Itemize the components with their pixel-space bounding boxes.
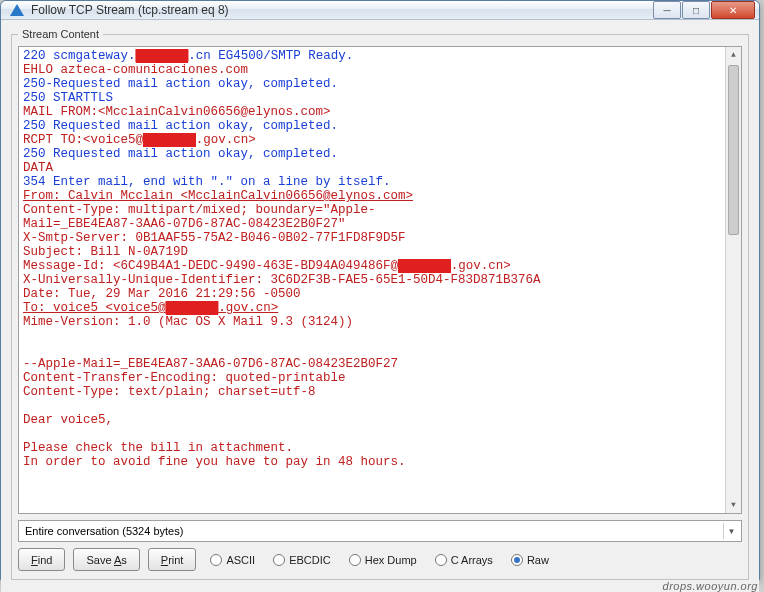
- radio-ascii[interactable]: ASCII: [210, 554, 255, 566]
- stream-content-fieldset: Stream Content 220 scmgateway.▇▇▇▇▇▇▇.cn…: [11, 28, 749, 580]
- stream-line: Mime-Version: 1.0 (Mac OS X Mail 9.3 (31…: [23, 315, 737, 329]
- stream-line: Mail=_EBE4EA87-3AA6-07D6-87AC-08423E2B0F…: [23, 217, 737, 231]
- stream-line: EHLO azteca-comunicaciones.com: [23, 63, 737, 77]
- stream-line: [23, 343, 737, 357]
- stream-line: 250 Requested mail action okay, complete…: [23, 147, 737, 161]
- main-window: Follow TCP Stream (tcp.stream eq 8) ─ □ …: [0, 0, 760, 580]
- scroll-up-icon[interactable]: ▲: [726, 47, 741, 63]
- stream-line: X-Smtp-Server: 0B1AAF55-75A2-B046-0B02-7…: [23, 231, 737, 245]
- radio-dot-icon: [349, 554, 361, 566]
- radio-dot-icon: [511, 554, 523, 566]
- scroll-down-icon[interactable]: ▼: [726, 497, 741, 513]
- stream-line: Please check the bill in attachment.: [23, 441, 737, 455]
- radio-hexdump[interactable]: Hex Dump: [349, 554, 417, 566]
- radio-carrays[interactable]: C Arrays: [435, 554, 493, 566]
- stream-line: X-Universally-Unique-Identifier: 3C6D2F3…: [23, 273, 737, 287]
- minimize-button[interactable]: ─: [653, 1, 681, 19]
- find-button[interactable]: Find: [18, 548, 65, 571]
- stream-line: Dear voice5,: [23, 413, 737, 427]
- stream-line: 220 scmgateway.▇▇▇▇▇▇▇.cn EG4500/SMTP Re…: [23, 49, 737, 63]
- close-window-button[interactable]: ✕: [711, 1, 755, 19]
- stream-line: DATA: [23, 161, 737, 175]
- stream-line: 250 Requested mail action okay, complete…: [23, 119, 737, 133]
- maximize-button[interactable]: □: [682, 1, 710, 19]
- stream-line: 250-Requested mail action okay, complete…: [23, 77, 737, 91]
- stream-line: 354 Enter mail, end with "." on a line b…: [23, 175, 737, 189]
- stream-line: [23, 329, 737, 343]
- radio-label: EBCDIC: [289, 554, 331, 566]
- radio-label: ASCII: [226, 554, 255, 566]
- stream-line: [23, 399, 737, 413]
- stream-text-area[interactable]: 220 scmgateway.▇▇▇▇▇▇▇.cn EG4500/SMTP Re…: [18, 46, 742, 514]
- scrollbar[interactable]: ▲ ▼: [725, 47, 741, 513]
- stream-line: Content-Type: text/plain; charset=utf-8: [23, 385, 737, 399]
- radio-raw[interactable]: Raw: [511, 554, 549, 566]
- radio-label: Hex Dump: [365, 554, 417, 566]
- radio-dot-icon: [210, 554, 222, 566]
- stream-line: [23, 427, 737, 441]
- window-controls: ─ □ ✕: [653, 1, 755, 19]
- radio-label: C Arrays: [451, 554, 493, 566]
- stream-line: Subject: Bill N-0A719D: [23, 245, 737, 259]
- window-title: Follow TCP Stream (tcp.stream eq 8): [31, 3, 653, 17]
- scroll-thumb[interactable]: [728, 65, 739, 235]
- conversation-dropdown[interactable]: Entire conversation (5324 bytes) ▼: [18, 520, 742, 542]
- encoding-radios: ASCIIEBCDICHex DumpC ArraysRaw: [210, 554, 548, 566]
- titlebar[interactable]: Follow TCP Stream (tcp.stream eq 8) ─ □ …: [1, 1, 759, 20]
- toolbar-row: Find Save As Print ASCIIEBCDICHex DumpC …: [18, 548, 742, 571]
- content-area: Stream Content 220 scmgateway.▇▇▇▇▇▇▇.cn…: [1, 20, 759, 584]
- stream-line: Content-Type: multipart/mixed; boundary=…: [23, 203, 737, 217]
- print-button[interactable]: Print: [148, 548, 197, 571]
- radio-label: Raw: [527, 554, 549, 566]
- watermark: drops.wooyun.org: [663, 580, 758, 592]
- app-icon: [9, 2, 25, 18]
- footer-row: Help Filter Out This Stream Close: [1, 584, 759, 592]
- stream-line: Content-Transfer-Encoding: quoted-printa…: [23, 371, 737, 385]
- stream-line: From: Calvin Mcclain <McclainCalvin06656…: [23, 189, 737, 203]
- saveas-button[interactable]: Save As: [73, 548, 139, 571]
- stream-line: RCPT TO:<voice5@▇▇▇▇▇▇▇.gov.cn>: [23, 133, 737, 147]
- radio-ebcdic[interactable]: EBCDIC: [273, 554, 331, 566]
- radio-dot-icon: [273, 554, 285, 566]
- stream-line: Date: Tue, 29 Mar 2016 21:29:56 -0500: [23, 287, 737, 301]
- stream-content-legend: Stream Content: [18, 28, 103, 40]
- stream-line: Message-Id: <6C49B4A1-DEDC-9490-463E-BD9…: [23, 259, 737, 273]
- stream-line: --Apple-Mail=_EBE4EA87-3AA6-07D6-87AC-08…: [23, 357, 737, 371]
- conversation-label: Entire conversation (5324 bytes): [25, 525, 183, 537]
- stream-line: In order to avoid fine you have to pay i…: [23, 455, 737, 469]
- stream-line: 250 STARTTLS: [23, 91, 737, 105]
- radio-dot-icon: [435, 554, 447, 566]
- stream-line: MAIL FROM:<McclainCalvin06656@elynos.com…: [23, 105, 737, 119]
- stream-line: To: voice5 <voice5@▇▇▇▇▇▇▇.gov.cn>: [23, 301, 737, 315]
- chevron-down-icon[interactable]: ▼: [723, 523, 739, 539]
